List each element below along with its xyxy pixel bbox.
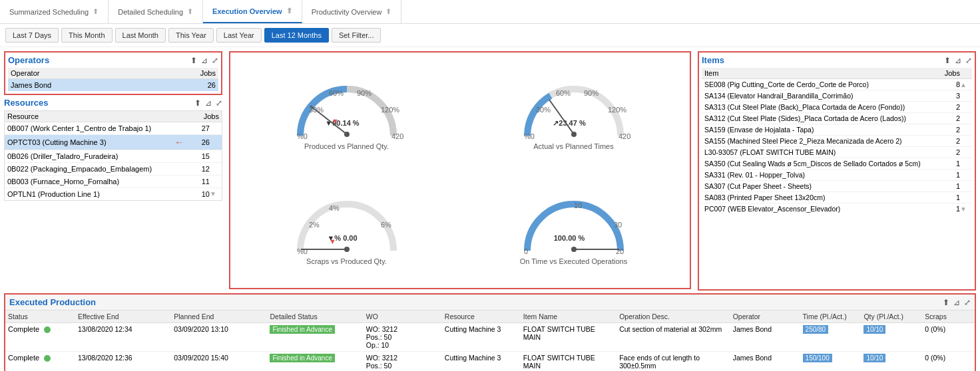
resource-row-5[interactable]: OPTLN1 (Production Line 1) 10 ▼ [5,188,222,200]
operators-row-0[interactable]: James Bond 26 [8,79,218,91]
resource-row-2[interactable]: 0B026 (Driller_Taladro_Furadeira) 15 [5,150,222,163]
items-export-icon[interactable]: ⬆ [944,56,951,65]
gauge-svg-3: ▼% 0.00 %0 2% 4% 6% ▼ [290,191,403,257]
item-row-2[interactable]: SA313 (Cut Steel Plate (Back)_Placa Cort… [702,102,972,113]
resources-expand-icon[interactable]: ⤢ [216,98,222,108]
exec-planned-end-0: 03/09/2020 13:10 [171,323,267,352]
gauge-label-1: Produced vs Planned Qty. [304,142,389,150]
exec-row-1[interactable]: Complete 13/08/2020 12:36 03/09/2020 15:… [5,352,975,372]
item-jobs-5: 2 [937,137,960,145]
svg-text:120%: 120% [381,106,399,114]
gauge-label-3: Scraps vs Produced Qty. [306,257,387,265]
item-row-0[interactable]: SE008 (Pig Cutting_Corte de Cerdo_Corte … [702,79,972,90]
item-row-1[interactable]: SA134 (Elevator Handrail_Barandilla_Corr… [702,90,972,102]
tab-execution-overview[interactable]: Execution Overview ⬆ [203,0,302,23]
filter-btn-last7days[interactable]: Last 7 Days [5,28,59,43]
exec-expand-icon[interactable]: ⤢ [964,298,971,307]
exec-wo-0: WO: 3212 Pos.: 50 Op.: 10 [364,323,442,352]
gauge-svg-4: 100.00 % 0 10 20 30 [517,191,630,257]
gauges-panel: ▼90.14 % %0 30% 60% 90% 120% 420% ▼ Prod… [229,51,691,289]
resource-name-1: OPTCT03 (Cutting Machine 3) [7,138,174,146]
exec-col-status: Status [5,310,75,323]
svg-line-17 [549,100,574,134]
operators-expand-icon[interactable]: ⤢ [212,56,218,65]
filter-btn-lastyear[interactable]: Last Year [216,28,262,43]
svg-text:4%: 4% [329,204,340,212]
exec-status-dot-0 [44,326,51,333]
item-row-4[interactable]: SA159 (Envase de Hojalata - Tapa) 2 [702,124,972,136]
exec-wo-1: WO: 3212 Pos.: 50 Op.: 20 [364,352,442,372]
svg-text:60%: 60% [329,89,344,97]
item-row-5[interactable]: SA155 (Machined Steel Piece 2_Pieza Meca… [702,136,972,147]
items-section: Items ⬆ ⊿ ⤢ Item Jobs SE008 (Pig Cutting… [698,51,976,291]
item-row-9[interactable]: SA307 (Cut Paper Sheet - Sheets) 1 [702,181,972,192]
item-name-4: SA159 (Envase de Hojalata - Tapa) [704,126,937,134]
upload-icon-detailed: ⬆ [187,7,193,16]
tab-summarized-scheduling[interactable]: Summarized Scheduling ⬆ [0,0,109,23]
resource-jobs-5: 10 [186,190,210,198]
filter-btn-lastmonth[interactable]: Last Month [115,28,166,43]
items-filter-icon[interactable]: ⊿ [955,56,961,65]
item-row-6[interactable]: L30-93057 (FLOAT SWITCH TUBE MAIN) 2 [702,147,972,158]
item-row-7[interactable]: SA350 (Cut Sealing Wads ø 5cm_Discos de … [702,158,972,170]
item-name-2: SA313 (Cut Steel Plate (Back)_Placa Cort… [704,103,937,111]
filter-btn-thismonth[interactable]: This Month [61,28,112,43]
items-panel: Items ⬆ ⊿ ⤢ Item Jobs SE008 (Pig Cutting… [694,47,980,293]
tab-productivity-overview[interactable]: Productivity Overview ⬆ [302,0,402,23]
svg-text:20: 20 [616,247,624,255]
operators-section: Operators ⬆ ⊿ ⤢ Operator Jobs James Bond… [4,51,222,95]
svg-text:420%: 420% [391,132,403,140]
item-row-3[interactable]: SA312 (Cut Steel Plate (Sides)_Placa Cor… [702,113,972,124]
item-jobs-6: 2 [937,148,960,156]
exec-operator-1: James Bond [730,352,800,372]
svg-text:100.00 %: 100.00 % [553,234,585,242]
exec-status-1: Complete [8,354,39,362]
filter-btn-thisyear[interactable]: This Year [168,28,214,43]
exec-col-operation-desc: Operation Desc. [616,310,730,323]
exec-item-name-0: FLOAT SWITCH TUBE MAIN [521,323,616,352]
exec-detailed-status-1: Finished in Advance [270,354,335,362]
item-name-6: L30-93057 (FLOAT SWITCH TUBE MAIN) [704,148,937,156]
upload-icon-summarized: ⬆ [93,7,99,16]
svg-text:%0: %0 [524,132,535,140]
exec-scraps-0: 0 (0%) [922,323,975,352]
item-name-11: PC007 (WEB Elevator_Ascensor_Elevador) [704,205,937,213]
resource-row-4[interactable]: 0B003 (Furnace_Horno_Fornalha) 11 [5,176,222,188]
exec-col-time: Time (Pl./Act.) [800,310,861,323]
item-row-8[interactable]: SA331 (Rev. 01 - Hopper_Tolva) 1 [702,170,972,181]
resources-filter-icon[interactable]: ⊿ [205,98,212,108]
operators-filter-icon[interactable]: ⊿ [201,56,208,65]
operators-col-jobs: Jobs [182,69,216,77]
exec-export-icon[interactable]: ⬆ [943,298,949,307]
resources-section: Resources ⬆ ⊿ ⤢ Resource Jobs 0B007 (Wor… [4,98,222,201]
operators-col-operator: Operator [11,69,182,77]
item-jobs-10: 1 [937,193,960,201]
items-expand-icon[interactable]: ⤢ [965,56,972,65]
resource-row-3[interactable]: 0B022 (Packaging_Empacado_Embalagem) 12 [5,163,222,176]
operators-title: Operators [8,55,49,65]
gauge-ontime-executed: 100.00 % 0 10 20 30 On Time vs Executed … [460,170,687,285]
tab-detailed-scheduling[interactable]: Detailed Scheduling ⬆ [109,0,203,23]
item-jobs-11: 1 [937,205,960,213]
operators-export-icon[interactable]: ⬆ [190,56,197,65]
exec-row-0[interactable]: Complete 13/08/2020 12:34 03/09/2020 13:… [5,323,975,352]
gauge-svg-2: ↗23.47 % %0 30% 60% 90% 120% 420% [517,76,630,142]
items-col-item: Item [704,69,937,77]
resource-jobs-4: 11 [186,178,210,186]
exec-filter-icon[interactable]: ⊿ [953,298,960,307]
exec-col-effective-end: Effective End [75,310,171,323]
resources-export-icon[interactable]: ⬆ [194,98,201,108]
svg-text:▼90.14 %: ▼90.14 % [325,119,359,127]
filter-btn-last12months[interactable]: Last 12 Months [264,28,329,43]
filter-btn-setfilter[interactable]: Set Filter... [332,28,381,43]
resource-row-1[interactable]: OPTCT03 (Cutting Machine 3) ← 26 [5,135,222,150]
exec-col-resource: Resource [442,310,521,323]
item-row-11[interactable]: PC007 (WEB Elevator_Ascensor_Elevador) 1… [702,203,972,214]
item-row-10[interactable]: SA083 (Printed Paper Sheet 13x20cm) 1 [702,192,972,203]
exec-col-wo: WO [364,310,442,323]
exec-resource-0: Cutting Machine 3 [442,323,521,352]
svg-text:120%: 120% [608,106,626,114]
resource-row-0[interactable]: 0B007 (Work Center 1_Centro de Trabajo 1… [5,122,222,135]
item-name-10: SA083 (Printed Paper Sheet 13x20cm) [704,193,937,201]
exec-effective-end-0: 13/08/2020 12:34 [75,323,171,352]
